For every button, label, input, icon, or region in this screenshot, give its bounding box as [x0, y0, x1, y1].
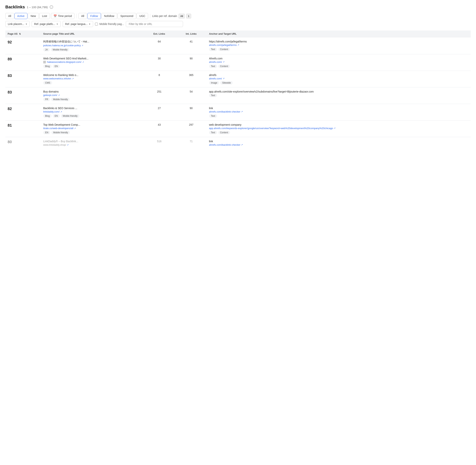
link-type-new[interactable]: New [28, 13, 39, 19]
calendar-icon: 📅 [53, 14, 57, 18]
target-url[interactable]: ahrefs.com/ja/legal/terms↗ [209, 44, 468, 46]
table-row: 80 LinkDaddy® – Buy Backlink... www.link… [5, 137, 471, 150]
chevron-down-icon: ▼ [89, 23, 91, 25]
follow-sponsored[interactable]: Sponsored [117, 13, 136, 19]
chevron-down-icon: ▼ [25, 23, 27, 25]
sort-icon: ⇅ [19, 33, 21, 35]
target-tag: Text [209, 131, 217, 134]
source-title: Top Web Development Comp... [43, 123, 140, 126]
tag: EN [53, 114, 60, 118]
external-link-icon: ↗ [60, 111, 62, 113]
source-url[interactable]: itrate.co/web-developers/all↗ [43, 127, 140, 130]
link-type-active[interactable]: Active [14, 13, 27, 19]
tag: EN [43, 131, 50, 134]
target-tag: Sitewide [220, 81, 233, 85]
source-url[interactable]: getexpi.com/↗ [43, 94, 140, 96]
page-as-value: 80 [8, 140, 12, 144]
info-icon[interactable]: i [50, 5, 53, 9]
links-per-domain-all[interactable]: All [179, 14, 185, 19]
target-url[interactable]: ahrefs.com/↗ [209, 61, 468, 63]
target-tags: Text [209, 94, 468, 97]
target-tags: TextContent [209, 64, 468, 68]
external-link-icon: ↗ [58, 94, 60, 96]
target-url[interactable]: app.ahrefs.com/keywords-explorer/google/… [209, 127, 468, 130]
int-links-value: 41 [190, 40, 193, 43]
source-page-cell: LinkDaddy® – Buy Backlink... www.linkdad… [41, 137, 143, 150]
nolink-icon [43, 61, 46, 63]
source-page-cell: 利用者情報の外部送信について - Hat... policies.hatena.… [41, 37, 143, 54]
tag: EN [53, 64, 60, 68]
source-url[interactable]: linkdaddy.com/↗ [43, 110, 140, 113]
ext-links-cell: 251 [143, 87, 176, 104]
table-row: 82 Backlinks & SEO Services ... linkdadd… [5, 104, 471, 121]
link-type-lost[interactable]: Lost [39, 13, 50, 19]
time-period-filter[interactable]: 📅 Time period [51, 13, 74, 19]
follow-nofollow[interactable]: Nofollow [101, 13, 117, 19]
target-tag: Content [218, 48, 230, 51]
anchor-target-cell: app.ahrefs.com/site-explorer/overview/v2… [207, 87, 471, 104]
source-tags: JAMobile friendly [43, 48, 140, 52]
backlinks-table: Page AS ⇅ Source page Title and URL Ext.… [5, 31, 471, 150]
anchor-target-cell: link ahrefs.com/backlink-checker↗ [207, 137, 471, 150]
source-page-cell: Welcome to Ranking Web o... www.webometr… [41, 71, 143, 87]
page-as-cell: 82 [5, 104, 41, 121]
target-url[interactable]: ahrefs.com/backlink-checker↗ [209, 143, 468, 146]
source-title: Buy domains [43, 90, 140, 93]
page-title: Backlinks [5, 5, 25, 10]
page-as-value: 82 [8, 107, 12, 111]
follow-ugc[interactable]: UGC [137, 13, 148, 19]
int-links-cell: 41 [176, 37, 207, 54]
ext-links-cell: 8 [143, 71, 176, 87]
source-url[interactable]: policies.hatena.ne.jp/cookie-policy↗ [43, 44, 140, 47]
ref-page-platform-filter[interactable]: Ref. page platfo... ▼ [32, 21, 61, 27]
table-row: 83 Welcome to Ranking Web o... www.webom… [5, 71, 471, 87]
source-title: 利用者情報の外部送信について - Hat... [43, 40, 140, 43]
page-as-cell: 92 [5, 37, 41, 54]
target-tag: Text [209, 64, 217, 68]
source-url[interactable]: www.webometrics.info/en↗ [43, 77, 140, 80]
int-links-cell: 90 [176, 54, 207, 71]
ext-links-value: 8 [159, 74, 160, 76]
ref-page-language-filter[interactable]: Ref. page langua... ▼ [63, 21, 93, 27]
ext-links-cell: 30 [143, 54, 176, 71]
ext-links-cell: 43 [143, 121, 176, 137]
mobile-friendly-filter[interactable]: Mobile friendly pag... [95, 22, 124, 25]
anchor-target-cell: Ahrefs.com ahrefs.com/↗ TextContent [207, 54, 471, 71]
target-tags: TextContent [209, 131, 468, 134]
target-tag: Text [209, 114, 217, 118]
follow-all[interactable]: All [78, 13, 87, 19]
table-row: 81 Top Web Development Comp... itrate.co… [5, 121, 471, 137]
tag: FR [43, 98, 50, 101]
divider2 [150, 14, 150, 18]
col-int-links: Int. Links [176, 31, 207, 37]
target-tag: Content [218, 131, 230, 134]
target-url[interactable]: ahrefs.com/backlink-checker↗ [209, 110, 468, 113]
source-title: Welcome to Ranking Web o... [43, 74, 140, 76]
external-link-icon: ↗ [67, 144, 69, 146]
page-as-cell: 83 [5, 71, 41, 87]
mobile-friendly-checkbox[interactable] [95, 23, 98, 25]
link-placement-filter[interactable]: Link placem... ▼ [5, 21, 30, 27]
filters-row-1: All Active New Lost 📅 Time period All Fo… [5, 13, 471, 19]
tag: Mobile friendly [51, 98, 70, 101]
ext-links-cell: 27 [143, 104, 176, 121]
page-as-cell: 89 [5, 54, 41, 71]
links-per-domain-num[interactable]: 1 [186, 14, 191, 19]
source-url[interactable]: www.linkdaddy.shop/↗ [43, 143, 140, 146]
tag: Mobile friendly [51, 48, 69, 52]
ext-links-value: 30 [158, 57, 161, 60]
col-page-as[interactable]: Page AS ⇅ [5, 31, 41, 37]
anchor-target-cell: link ahrefs.com/backlink-checker↗ Text [207, 104, 471, 121]
external-link-icon: ↗ [82, 44, 83, 47]
ext-links-value: 43 [158, 123, 161, 126]
target-url[interactable]: ahrefs.com/↗ [209, 77, 468, 80]
anchor-text: link [209, 140, 468, 143]
source-url[interactable]: haleassociations.blogspot.com/↗ [43, 61, 140, 63]
int-links-cell: 71 [176, 137, 207, 150]
col-anchor-target: Anchor and Target URL [207, 31, 471, 37]
search-input[interactable] [126, 21, 183, 27]
external-link-icon: ↗ [223, 77, 224, 80]
source-page-cell: Top Web Development Comp... itrate.co/we… [41, 121, 143, 137]
follow-follow[interactable]: Follow [87, 13, 101, 19]
link-type-all[interactable]: All [5, 13, 14, 19]
